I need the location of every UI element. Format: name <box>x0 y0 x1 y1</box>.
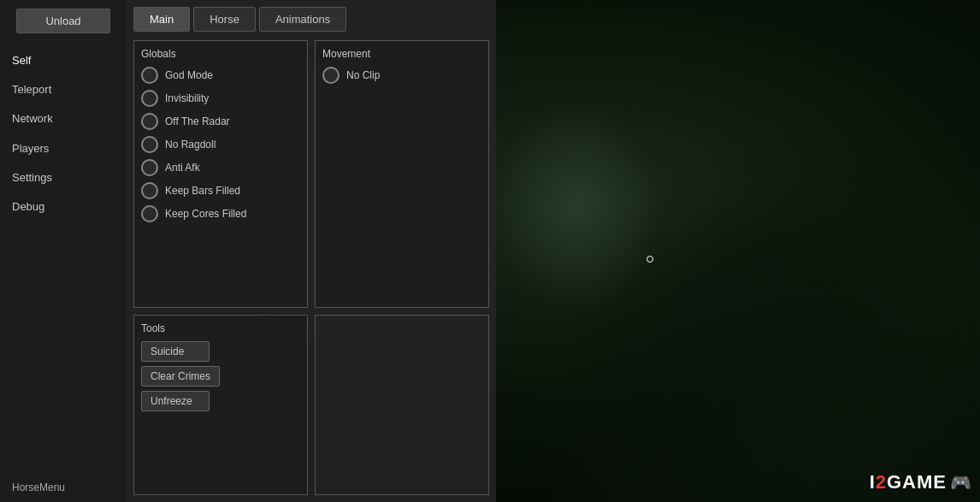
tab-bar: Main Horse Animations <box>133 7 489 32</box>
panels-grid: Globals God Mode Invisibility Off The Ra… <box>133 40 489 495</box>
empty-panel <box>315 315 489 495</box>
sidebar-item-settings[interactable]: Settings <box>0 163 127 192</box>
toggle-keep-bars-filled[interactable]: Keep Bars Filled <box>141 182 300 199</box>
toggle-keep-bars-filled-circle <box>141 182 158 199</box>
tab-main[interactable]: Main <box>133 7 190 32</box>
tool-suicide-button[interactable]: Suicide <box>141 341 210 362</box>
toggle-invisibility-label: Invisibility <box>165 92 209 104</box>
movement-title: Movement <box>322 48 481 60</box>
toggle-god-mode-label: God Mode <box>165 69 213 81</box>
toggle-off-the-radar-label: Off The Radar <box>165 115 230 127</box>
horse-menu-label: HorseMenu <box>12 481 65 493</box>
toggle-invisibility[interactable]: Invisibility <box>141 90 300 107</box>
toggle-no-clip-circle <box>322 67 339 84</box>
sidebar: Unload Self Teleport Network Players Set… <box>0 0 127 502</box>
toggle-god-mode-circle <box>141 67 158 84</box>
tools-title: Tools <box>141 322 300 334</box>
ui-panel: Unload Self Teleport Network Players Set… <box>0 0 496 502</box>
toggle-no-clip[interactable]: No Clip <box>322 67 481 84</box>
toggle-anti-afk-label: Anti Afk <box>165 162 200 174</box>
toggle-keep-cores-filled-label: Keep Cores Filled <box>165 208 246 220</box>
tab-horse[interactable]: Horse <box>193 7 256 32</box>
toggle-anti-afk[interactable]: Anti Afk <box>141 159 300 176</box>
watermark: I2GAME 🎮 <box>870 471 971 493</box>
toggle-no-clip-label: No Clip <box>346 69 380 81</box>
tool-unfreeze-button[interactable]: Unfreeze <box>141 391 210 411</box>
toggle-invisibility-circle <box>141 90 158 107</box>
toggle-no-ragdoll-label: No Ragdoll <box>165 139 215 151</box>
toggle-off-the-radar-circle <box>141 113 158 130</box>
toggle-anti-afk-circle <box>141 159 158 176</box>
tools-panel: Tools Suicide Clear Crimes Unfreeze <box>133 315 308 495</box>
toggle-keep-cores-filled[interactable]: Keep Cores Filled <box>141 205 300 222</box>
toggle-no-ragdoll-circle <box>141 136 158 153</box>
sidebar-item-debug[interactable]: Debug <box>0 192 127 221</box>
main-content: Main Horse Animations Globals God Mode I… <box>127 0 496 502</box>
sidebar-item-network[interactable]: Network <box>0 104 127 133</box>
toggle-god-mode[interactable]: God Mode <box>141 67 300 84</box>
watermark-icon: 🎮 <box>950 472 971 493</box>
sidebar-item-teleport[interactable]: Teleport <box>0 75 127 104</box>
toggle-no-ragdoll[interactable]: No Ragdoll <box>141 136 300 153</box>
watermark-text: I2GAME <box>870 471 947 493</box>
toggle-keep-cores-filled-circle <box>141 205 158 222</box>
cursor <box>646 256 653 263</box>
movement-panel: Movement No Clip <box>315 40 489 308</box>
tool-clear-crimes-button[interactable]: Clear Crimes <box>141 366 220 387</box>
sidebar-item-self[interactable]: Self <box>0 46 127 75</box>
globals-title: Globals <box>141 48 300 60</box>
unload-button[interactable]: Unload <box>16 9 110 33</box>
sidebar-item-players[interactable]: Players <box>0 134 127 163</box>
toggle-keep-bars-filled-label: Keep Bars Filled <box>165 185 240 197</box>
globals-panel: Globals God Mode Invisibility Off The Ra… <box>133 40 308 308</box>
toggle-off-the-radar[interactable]: Off The Radar <box>141 113 300 130</box>
tab-animations[interactable]: Animations <box>259 7 346 32</box>
